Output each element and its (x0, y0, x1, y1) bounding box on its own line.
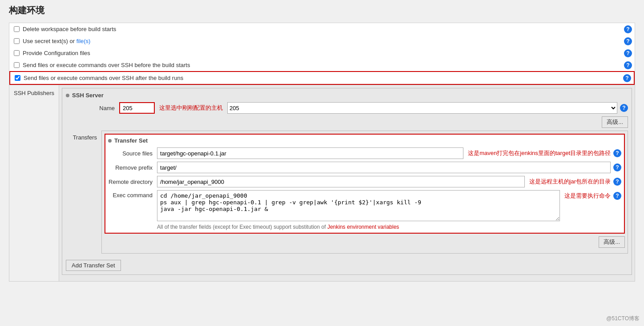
use-secret-row: Use secret text(s) or file(s) ? (9, 35, 635, 47)
remove-prefix-help-icon[interactable]: ? (613, 163, 621, 171)
send-files-after-label: Send files or execute commands over SSH … (24, 75, 183, 81)
source-files-row: Source files 这是maven打完包在jenkins里面的target… (108, 147, 621, 159)
secret-link[interactable]: file(s) (76, 38, 91, 44)
provide-config-label: Provide Configuration files (23, 50, 90, 56)
transfers-advanced-btn-row: 高级... (105, 236, 625, 248)
send-files-after-help-icon[interactable]: ? (623, 74, 631, 82)
source-files-label: Source files (108, 150, 157, 157)
exec-command-row: Exec command cd /home/jar_openapi_9000 p… (108, 190, 621, 221)
jenkins-env-link[interactable]: Jenkins environment variables (327, 224, 399, 230)
remove-prefix-input[interactable] (157, 162, 611, 173)
source-files-help-icon[interactable]: ? (613, 149, 621, 157)
use-secret-label: Use secret text(s) or file(s) (23, 38, 90, 44)
delete-workspace-checkbox[interactable] (14, 26, 20, 32)
transfers-label: Transfers (66, 131, 101, 254)
send-files-before-row: Send files or execute commands over SSH … (9, 59, 635, 71)
ssh-server-section: SSH Server Name 这里选中刚刚配置的主机 205 ? 高级... (62, 88, 632, 275)
ssh-server-name-label: Name (66, 105, 119, 111)
watermark: @51CTO博客 (606, 315, 640, 322)
ssh-server-name-input[interactable] (119, 102, 155, 114)
page-container: 构建环境 Delete workspace before build start… (0, 0, 644, 326)
provide-config-help-icon[interactable]: ? (624, 49, 632, 57)
remote-directory-input[interactable] (157, 176, 525, 187)
ssh-server-advanced-btn-row: 高级... (66, 116, 628, 128)
send-files-after-checkbox[interactable] (15, 75, 20, 81)
exec-command-help-icon[interactable]: ? (613, 192, 621, 200)
remove-prefix-row: Remove prefix ? (108, 162, 621, 173)
page-title: 构建环境 (9, 4, 635, 16)
delete-workspace-help-icon[interactable]: ? (624, 25, 632, 33)
remote-directory-help-icon[interactable]: ? (613, 178, 621, 186)
transfers-advanced-btn[interactable]: 高级... (599, 236, 625, 248)
send-files-before-checkbox[interactable] (14, 62, 20, 68)
ssh-server-name-help-icon[interactable]: ? (620, 104, 628, 112)
ssh-publishers-label: SSH Publishers (9, 85, 59, 281)
transfers-section: Transfers Transfer Set Source files 这 (66, 131, 628, 254)
send-files-before-help-icon[interactable]: ? (624, 61, 632, 69)
add-transfer-btn[interactable]: Add Transfer Set (66, 260, 121, 271)
source-files-input[interactable] (157, 147, 463, 159)
ssh-server-name-select[interactable]: 205 (227, 102, 617, 114)
source-files-annotation: 这是maven打完包在jenkins里面的target目录里的包路径 (468, 149, 611, 157)
ssh-server-advanced-btn[interactable]: 高级... (602, 116, 628, 128)
ssh-server-header: SSH Server (66, 92, 628, 99)
ssh-server-name-row: Name 这里选中刚刚配置的主机 205 ? (66, 102, 628, 114)
provide-config-row: Provide Configuration files ? (9, 47, 635, 59)
delete-workspace-label: Delete workspace before build starts (23, 26, 116, 32)
provide-config-checkbox[interactable] (14, 50, 20, 56)
transfer-set-section: Transfer Set Source files 这是maven打完包在jen… (105, 134, 625, 234)
transfer-set-header: Transfer Set (108, 137, 621, 144)
use-secret-checkbox[interactable] (14, 38, 20, 44)
exec-command-input[interactable]: cd /home/jar_openapi_9000 ps aux | grep … (157, 190, 560, 221)
delete-workspace-row: Delete workspace before build starts ? (9, 23, 635, 35)
send-files-after-row: Send files or execute commands over SSH … (9, 71, 635, 85)
remote-directory-row: Remote directory 这是远程主机的jar包所在的目录 ? (108, 176, 621, 187)
use-secret-help-icon[interactable]: ? (624, 37, 632, 45)
remove-prefix-label: Remove prefix (108, 164, 157, 171)
send-files-before-label: Send files or execute commands over SSH … (23, 62, 190, 68)
remote-directory-label: Remote directory (108, 179, 157, 185)
transfers-right: Transfer Set Source files 这是maven打完包在jen… (101, 131, 628, 254)
ssh-server-header-text: SSH Server (72, 92, 104, 99)
exec-command-label: Exec command (108, 190, 157, 199)
add-transfer-row: Add Transfer Set (66, 257, 628, 271)
jenkins-env-note-text: All of the transfer fields (except for E… (157, 224, 327, 230)
remote-directory-annotation: 这是远程主机的jar包所在的目录 (529, 178, 611, 186)
ssh-publishers-right: SSH Server Name 这里选中刚刚配置的主机 205 ? 高级... (59, 85, 635, 281)
exec-command-annotation: 这是需要执行命令 (564, 190, 611, 200)
ssh-server-name-annotation: 这里选中刚刚配置的主机 (159, 104, 223, 112)
jenkins-env-note: All of the transfer fields (except for E… (108, 224, 621, 230)
transfer-set-header-text: Transfer Set (114, 137, 148, 144)
